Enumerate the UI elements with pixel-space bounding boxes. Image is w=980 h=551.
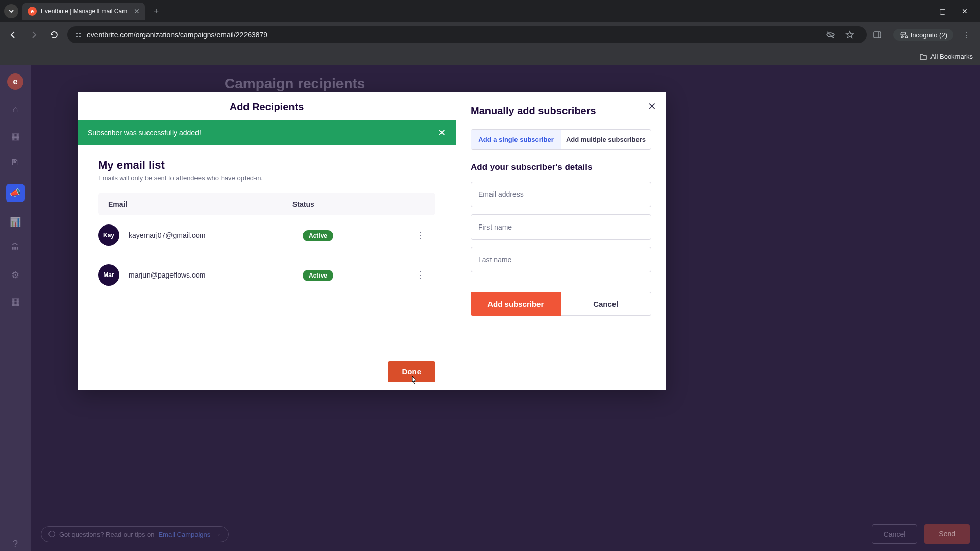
tab-search-dropdown[interactable] <box>4 4 18 18</box>
first-name-field[interactable] <box>471 214 651 240</box>
arrow-right-icon: → <box>214 531 221 538</box>
close-window-button[interactable]: ✕ <box>959 7 971 15</box>
svg-rect-0 <box>76 33 78 34</box>
eye-off-icon[interactable] <box>826 30 840 39</box>
url-text: eventbrite.com/organizations/campaigns/e… <box>87 31 821 39</box>
tips-banner[interactable]: ⓘ Got questions? Read our tips on Email … <box>41 526 229 542</box>
svg-rect-3 <box>79 36 81 37</box>
gear-icon[interactable]: ⚙ <box>9 269 21 282</box>
address-bar[interactable]: eventbrite.com/organizations/campaigns/e… <box>67 26 867 43</box>
chart-icon[interactable]: 📊 <box>9 216 21 229</box>
last-name-field[interactable] <box>471 247 651 272</box>
site-settings-icon[interactable] <box>75 31 82 38</box>
details-heading: Add your subscriber's details <box>471 162 651 172</box>
forward-button[interactable] <box>27 28 41 42</box>
folder-icon <box>919 53 927 61</box>
calendar-icon[interactable]: ▦ <box>9 131 21 143</box>
modal-title: Add Recipients <box>90 101 444 113</box>
finance-icon[interactable]: 🏛 <box>9 243 21 255</box>
svg-rect-2 <box>76 36 78 37</box>
page-cancel-button[interactable]: Cancel <box>872 524 918 544</box>
cursor-icon <box>409 375 419 387</box>
page-title: Campaign recipients <box>225 76 365 92</box>
all-bookmarks-button[interactable]: All Bookmarks <box>919 53 973 61</box>
table-row: Kay kayemarj07@gmail.com Active ⋮ <box>98 215 435 255</box>
list-subtitle: Emails will only be sent to attendees wh… <box>98 174 435 182</box>
info-icon: ⓘ <box>48 530 55 539</box>
cancel-button[interactable]: Cancel <box>561 292 652 316</box>
new-tab-button[interactable]: + <box>149 4 163 18</box>
reload-icon <box>50 30 59 39</box>
bookmarks-bar: All Bookmarks <box>0 47 980 65</box>
email-cell: marjun@pageflows.com <box>129 271 303 279</box>
chevron-down-icon <box>8 8 14 14</box>
add-recipients-modal: Add Recipients Subscriber was successful… <box>78 92 666 390</box>
eventbrite-favicon-icon: e <box>28 7 37 16</box>
arrow-left-icon <box>9 30 18 39</box>
status-badge: Active <box>303 270 333 281</box>
incognito-label: Incognito (2) <box>911 31 947 39</box>
browser-titlebar: e Eventbrite | Manage Email Cam ✕ + ― ▢ … <box>0 0 980 22</box>
row-menu-button[interactable]: ⋮ <box>405 269 435 281</box>
email-cell: kayemarj07@gmail.com <box>129 231 303 239</box>
eventbrite-logo-icon[interactable]: e <box>7 73 23 90</box>
browser-toolbar: eventbrite.com/organizations/campaigns/e… <box>0 22 980 47</box>
incognito-icon <box>899 31 908 39</box>
apps-icon[interactable]: ▦ <box>9 296 21 308</box>
col-email: Email <box>108 200 292 208</box>
star-icon[interactable] <box>845 30 860 39</box>
arrow-right-icon <box>29 30 38 39</box>
reload-button[interactable] <box>47 28 61 42</box>
tab-title: Eventbrite | Manage Email Cam <box>41 8 130 15</box>
alert-message: Subscriber was successfully added! <box>88 129 201 137</box>
document-icon[interactable]: 🗎 <box>9 157 21 169</box>
browser-tab[interactable]: e Eventbrite | Manage Email Cam ✕ <box>22 3 145 20</box>
modal-close-button[interactable]: ✕ <box>648 100 656 112</box>
avatar: Kay <box>98 224 119 246</box>
svg-rect-4 <box>874 32 881 38</box>
page-send-button[interactable]: Send <box>924 524 970 544</box>
back-button[interactable] <box>6 28 20 42</box>
svg-rect-1 <box>79 33 81 34</box>
megaphone-icon[interactable]: 📣 <box>6 184 24 202</box>
close-icon[interactable]: ✕ <box>134 7 140 15</box>
app-sidebar: e ⌂ ▦ 🗎 📣 📊 🏛 ⚙ ▦ ? <box>0 65 31 551</box>
subscriber-mode-tabs: Add a single subscriber Add multiple sub… <box>471 129 651 150</box>
email-field[interactable] <box>471 182 651 207</box>
right-panel-title: Manually add subscribers <box>471 105 651 117</box>
maximize-button[interactable]: ▢ <box>936 7 948 15</box>
row-menu-button[interactable]: ⋮ <box>405 230 435 241</box>
status-badge: Active <box>303 230 333 241</box>
avatar: Mar <box>98 264 119 286</box>
help-icon[interactable]: ? <box>9 539 21 551</box>
minimize-button[interactable]: ― <box>914 7 926 15</box>
tab-multiple-subscribers[interactable]: Add multiple subscribers <box>561 130 651 149</box>
tab-single-subscriber[interactable]: Add a single subscriber <box>471 130 561 149</box>
success-alert: Subscriber was successfully added! ✕ <box>78 120 456 145</box>
col-status: Status <box>292 200 395 208</box>
table-row: Mar marjun@pageflows.com Active ⋮ <box>98 255 435 295</box>
browser-menu-button[interactable]: ⋮ <box>960 30 974 40</box>
list-title: My email list <box>98 159 435 172</box>
email-campaigns-link[interactable]: Email Campaigns <box>158 531 210 538</box>
table-header: Email Status <box>98 193 435 215</box>
alert-close-button[interactable]: ✕ <box>438 127 446 138</box>
home-icon[interactable]: ⌂ <box>9 104 21 116</box>
incognito-indicator[interactable]: Incognito (2) <box>893 29 953 41</box>
side-panel-icon[interactable] <box>873 30 887 39</box>
add-subscriber-button[interactable]: Add subscriber <box>471 292 561 316</box>
